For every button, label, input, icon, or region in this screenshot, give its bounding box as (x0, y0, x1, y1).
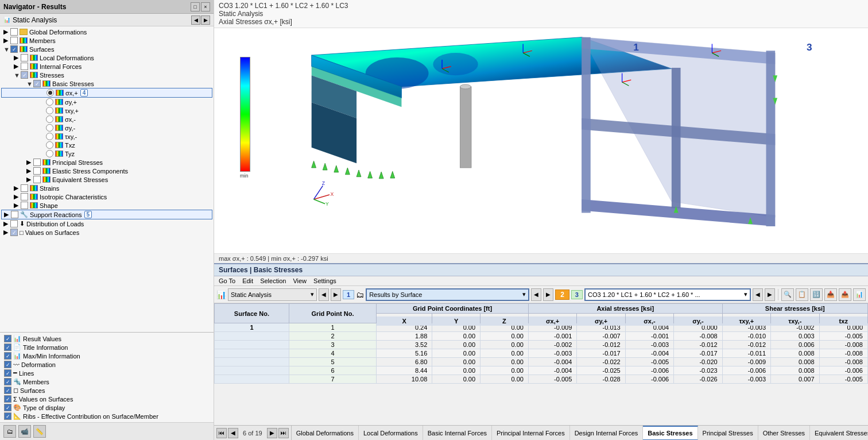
table-row[interactable]: 4 5.16 0.00 0.00 -0.003 -0.017 -0.004 -0… (215, 349, 868, 358)
combo-prev-btn[interactable]: ◀ (753, 288, 763, 301)
table-row[interactable]: 2 1.88 0.00 0.00 -0.001 -0.007 -0.001 -0… (215, 332, 868, 341)
bottom-item-surfaces-bottom[interactable]: ✓ ◻ Surfaces (2, 386, 212, 395)
static-analysis-label: Static Analysis (13, 16, 57, 24)
tab-item[interactable]: Local Deformations (359, 426, 423, 441)
label-global-deformations: Global Deformations (29, 29, 87, 36)
bottom-item-title-info[interactable]: ✓ 📄 Title Information (2, 343, 212, 352)
table-row[interactable]: 3 3.52 0.00 0.00 -0.002 -0.012 -0.003 -0… (215, 341, 868, 349)
tree-item-internal-forces[interactable]: ▶ Internal Forces (1, 62, 212, 71)
bottom-item-maxmin[interactable]: ✓ 📊 Max/Min Information (2, 352, 212, 360)
tree-item-sigma-x-plus[interactable]: σx,+ 4 (1, 88, 212, 98)
tree-item-basic-stresses[interactable]: ▼ ✓ Basic Stresses (1, 79, 212, 88)
analysis-next-btn[interactable]: ▶ (331, 288, 341, 301)
tab-item[interactable]: Global Deformations (292, 426, 359, 441)
analysis-dropdown[interactable]: Static Analysis ▾ (228, 288, 317, 301)
icon-btn-2[interactable]: 📹 (18, 425, 31, 438)
tree-item-tau-xy-plus[interactable]: τxy,+ (1, 106, 212, 115)
label-3-badge: 3 (571, 290, 583, 299)
combo-next-btn[interactable]: ▶ (765, 288, 775, 301)
tb-btn-3[interactable]: 🔢 (810, 288, 823, 301)
combo-dropdown[interactable]: CO3 1.20 * LC1 + 1.60 * LC2 + 1.60 * ...… (584, 288, 751, 301)
menu-view[interactable]: View (293, 277, 307, 284)
col-z: Z (480, 316, 529, 326)
table-row[interactable]: 7 10.08 0.00 0.00 -0.005 -0.028 -0.006 -… (215, 375, 868, 384)
first-page-btn[interactable]: ⏮ (216, 428, 227, 438)
tab-item[interactable]: Principal Stresses (698, 426, 758, 441)
tree-item-equivalent-stresses[interactable]: ▶ Equivalent Stresses (1, 175, 212, 184)
tree-item-members[interactable]: ▶ Members (1, 36, 212, 45)
label-values-surfaces: Values on Surfaces (25, 229, 80, 236)
bottom-item-deformation[interactable]: ✓ 〰 Deformation (2, 360, 212, 369)
bottom-item-members[interactable]: ✓ 🔩 Members (2, 377, 212, 386)
nav-left-btn[interactable]: ◀ (191, 16, 200, 25)
tab-item[interactable]: Basic Internal Forces (423, 426, 492, 441)
cell-y: 0.00 (432, 358, 480, 366)
bottom-item-result-values[interactable]: ✓ 📊 Result Values (2, 334, 212, 343)
cell-surface (215, 341, 289, 349)
close-btn[interactable]: × (201, 2, 210, 11)
restore-btn[interactable]: □ (191, 2, 200, 11)
tab-item[interactable]: Principal Internal Forces (492, 426, 570, 441)
bottom-item-ribs[interactable]: ✓ 📐 Ribs - Effective Contribution on Sur… (2, 412, 212, 420)
tree-item-support-reactions[interactable]: ▶ 🔧 Support Reactions 5 (1, 210, 212, 219)
tab-item[interactable]: Equivalent Stresses - von Mises (810, 426, 868, 441)
label-stresses: Stresses (40, 72, 64, 79)
tree-item-tau-xy-minus[interactable]: τxy,- (1, 132, 212, 141)
cell-sy-plus: -0.028 (577, 375, 625, 384)
col-x: X (377, 316, 432, 326)
icon-btn-3[interactable]: 📏 (33, 425, 46, 438)
tab-item[interactable]: Basic Stresses (643, 426, 698, 441)
table-row[interactable]: 5 6.80 0.00 0.00 -0.004 -0.022 -0.005 -0… (215, 358, 868, 366)
tb-btn-4[interactable]: 📥 (824, 288, 837, 301)
table-row[interactable]: 6 8.44 0.00 0.00 -0.004 -0.025 -0.006 -0… (215, 366, 868, 375)
cell-sx-minus: -0.006 (625, 375, 673, 384)
tree-item-tyz[interactable]: Tyz (1, 149, 212, 158)
bottom-item-lines[interactable]: ✓ ━ Lines (2, 369, 212, 377)
icon-btn-1[interactable]: 🗂 (3, 425, 16, 438)
tree-item-elastic-stress[interactable]: ▶ Elastic Stress Components (1, 167, 212, 175)
tree-item-sigma-x-minus[interactable]: σx,- (1, 115, 212, 123)
tree-item-surfaces[interactable]: ▼ ✓ Surfaces (1, 45, 212, 53)
combo-dropdown-arrow: ▾ (744, 291, 747, 298)
label-elastic-stress: Elastic Stress Components (52, 168, 128, 175)
cell-surface (215, 332, 289, 341)
bottom-item-type-display[interactable]: ✓ 🎨 Type of display (2, 403, 212, 412)
cell-txy-minus: 0.007 (771, 375, 819, 384)
tree-item-shape[interactable]: ▶ Shape (1, 201, 212, 210)
surface-next-btn[interactable]: ▶ (543, 288, 553, 301)
tree-item-values-surfaces[interactable]: ▶ ✓ □ Values on Surfaces (1, 228, 212, 237)
tb-btn-6[interactable]: 📊 (853, 288, 866, 301)
menu-settings[interactable]: Settings (313, 277, 336, 284)
cell-sy-minus: -0.026 (674, 375, 722, 384)
label-basic-stresses: Basic Stresses (52, 80, 94, 87)
surface-prev-btn[interactable]: ◀ (531, 288, 541, 301)
last-page-btn[interactable]: ⏭ (278, 428, 289, 438)
menu-goto[interactable]: Go To (219, 277, 235, 284)
label-strains: Strains (40, 185, 59, 192)
tree-item-principal-stresses[interactable]: ▶ Principal Stresses (1, 158, 212, 167)
tree-item-txz[interactable]: Txz (1, 141, 212, 149)
menu-edit[interactable]: Edit (242, 277, 253, 284)
tree-item-sigma-y-plus[interactable]: σy,+ (1, 98, 212, 106)
tree-item-global-deformations[interactable]: ▶ Global Deformations (1, 28, 212, 36)
menu-selection[interactable]: Selection (260, 277, 286, 284)
tb-btn-1[interactable]: 🔍 (781, 288, 794, 301)
tree-item-sigma-y-minus[interactable]: σy,- (1, 123, 212, 132)
tree-item-local-deformations[interactable]: ▶ Local Deformations (1, 53, 212, 62)
tab-item[interactable]: Design Internal Forces (570, 426, 644, 441)
tree-item-isotropic[interactable]: ▶ Isotropic Characteristics (1, 192, 212, 201)
tb-btn-2[interactable]: 📋 (796, 288, 808, 301)
nav-right-btn[interactable]: ▶ (201, 16, 210, 25)
analysis-prev-btn[interactable]: ◀ (319, 288, 329, 301)
tree-item-strains[interactable]: ▶ Strains (1, 184, 212, 192)
tab-item[interactable]: Other Stresses (758, 426, 810, 441)
tree-item-distribution-loads[interactable]: ▶ ⬇ Distribution of Loads (1, 219, 212, 228)
prev-page-btn[interactable]: ◀ (228, 428, 238, 438)
bottom-item-values-surfaces[interactable]: ✓ Σ Values on Surfaces (2, 395, 212, 403)
next-page-btn[interactable]: ▶ (267, 428, 277, 438)
cell-grid: 3 (289, 341, 376, 349)
surface-dropdown[interactable]: Results by Surface ▾ (366, 288, 529, 301)
status-text: max σx,+ : 0.549 | min σx,+ : -0.297 ksi (219, 255, 328, 262)
tb-btn-5[interactable]: 📤 (839, 288, 851, 301)
tree-item-stresses[interactable]: ▼ ✓ Stresses (1, 71, 212, 79)
